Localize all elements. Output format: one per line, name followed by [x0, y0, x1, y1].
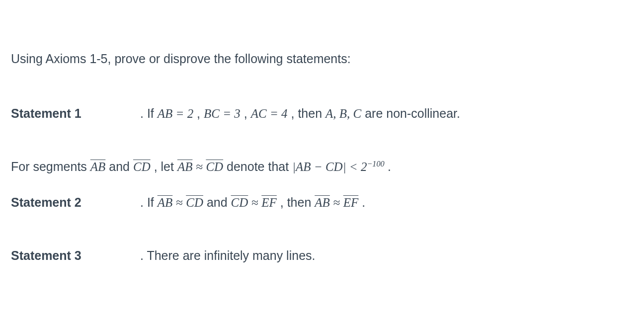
defn-approx1: ≈: [196, 160, 206, 173]
defn-prefix: For segments: [11, 160, 90, 173]
statement-1-label: Statement 1: [11, 104, 140, 123]
approx-definition: For segments AB and CD , let AB ≈ CD den…: [11, 158, 633, 176]
statement-3-block: Statement 3 . There are infinitely many …: [11, 246, 633, 265]
defn-seg-cd: CD: [133, 160, 151, 173]
defn-rel-cd: CD: [206, 160, 223, 173]
s1-ab-eq: AB = 2: [158, 107, 193, 120]
s2-prefix: . If: [140, 195, 158, 209]
statement-1-content: . If AB = 2 , BC = 3 , AC = 4 , then A, …: [140, 104, 460, 123]
defn-exp: −100: [367, 160, 384, 168]
s1-sep2: ,: [244, 106, 251, 120]
s2-and: and: [207, 195, 231, 209]
statement-2-label: Statement 2: [11, 193, 140, 212]
statement-3-content: . There are infinitely many lines.: [140, 246, 315, 265]
defn-and1: and: [109, 160, 133, 173]
s1-sep1: ,: [197, 106, 204, 120]
s2-cd2: CD: [231, 196, 248, 209]
defn-denote: denote that: [227, 160, 292, 173]
intro-text: Using Axioms 1-5, prove or disprove the …: [11, 50, 633, 69]
s2-ab2: AB: [315, 196, 330, 209]
s2-approx2: ≈: [251, 196, 261, 209]
statement-2-content: . If AB ≈ CD and CD ≈ EF , then AB ≈ EF …: [140, 193, 365, 212]
s2-approx1: ≈: [176, 196, 186, 209]
s2-then: , then: [280, 195, 315, 209]
defn-abs-expr: |AB − CD| < 2−100: [292, 160, 388, 173]
s1-suffix: are non-collinear.: [365, 106, 460, 120]
s2-approx3: ≈: [333, 196, 343, 209]
s1-mid: , then: [291, 106, 325, 120]
statement-2-block: Statement 2 . If AB ≈ CD and CD ≈ EF , t…: [11, 193, 633, 212]
document-body: Using Axioms 1-5, prove or disprove the …: [0, 0, 644, 265]
defn-rel-ab: AB: [177, 160, 193, 173]
s1-bc-eq: BC = 3: [204, 107, 241, 120]
s2-ef1: EF: [261, 196, 277, 209]
s1-ac-eq: AC = 4: [251, 107, 288, 120]
defn-tail: .: [388, 160, 391, 173]
s1-abc: A, B, C: [325, 107, 361, 120]
statement-3-label: Statement 3: [11, 246, 140, 265]
s2-ab: AB: [158, 196, 173, 209]
s2-ef2: EF: [343, 196, 359, 209]
defn-seg-ab: AB: [90, 160, 106, 173]
defn-abs-base: |AB − CD| < 2: [292, 160, 367, 173]
defn-let: , let: [154, 160, 177, 173]
s1-prefix: . If: [140, 106, 158, 120]
statement-1-block: Statement 1 . If AB = 2 , BC = 3 , AC = …: [11, 104, 633, 123]
s2-tail: .: [362, 195, 365, 209]
s2-cd1: CD: [186, 196, 203, 209]
